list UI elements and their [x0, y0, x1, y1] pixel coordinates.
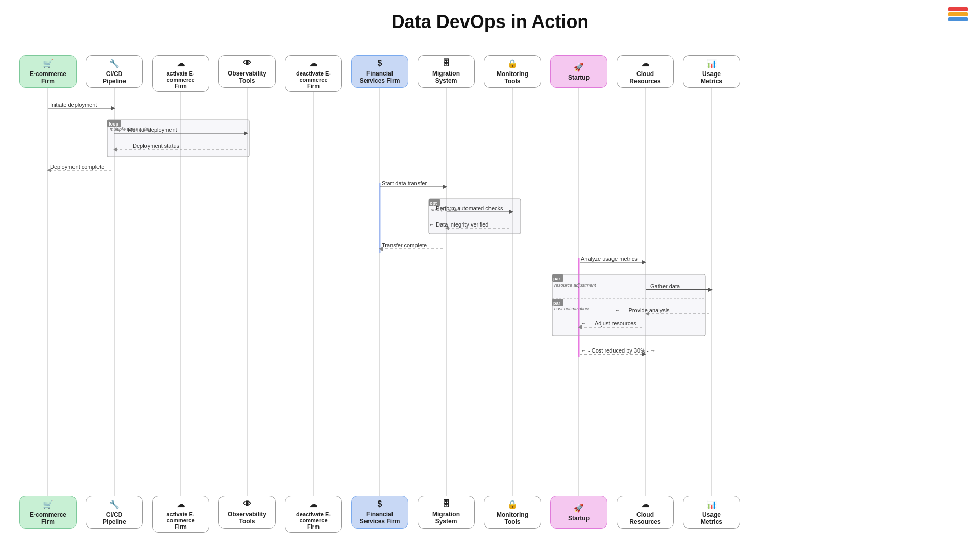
page-title: Data DevOps in Action: [0, 0, 980, 38]
svg-text:Start data transfer: Start data transfer: [382, 180, 427, 186]
svg-rect-17: [107, 120, 121, 127]
svg-text:loop: loop: [109, 121, 118, 127]
svg-text:multiple times a day: multiple times a day: [110, 127, 151, 132]
actor-financial-bottom[interactable]: $ FinancialServices Firm: [351, 496, 408, 529]
actor-financial[interactable]: $ FinancialServices Firm: [351, 55, 408, 88]
cicd-icon: 🔧: [109, 59, 119, 68]
actor-usage[interactable]: 📊 UsageMetrics: [683, 55, 740, 88]
svg-text:Initiate deployment: Initiate deployment: [50, 102, 97, 108]
actor-ecommerce[interactable]: 🛒 E-commerce Firm: [19, 55, 77, 88]
migration-icon: 🗄: [442, 59, 450, 68]
deactivate-icon: ☁: [309, 59, 317, 68]
actor-cicd[interactable]: 🔧 CI/CDPipeline: [86, 55, 143, 88]
svg-text:resource adjustment: resource adjustment: [554, 283, 596, 288]
actor-usage-bottom[interactable]: 📊 UsageMetrics: [683, 496, 740, 529]
svg-text:← - - Provide analysis - - -: ← - - Provide analysis - - -: [615, 307, 680, 313]
svg-rect-32: [429, 199, 521, 234]
svg-text:Transfer complete: Transfer complete: [382, 242, 427, 248]
actor-observability[interactable]: 👁 ObservabilityTools: [218, 55, 276, 88]
monitoring-icon: 🔒: [507, 59, 518, 68]
svg-marker-27: [47, 168, 51, 172]
svg-marker-37: [509, 210, 513, 214]
svg-text:Deployment status: Deployment status: [133, 143, 180, 149]
svg-marker-24: [113, 147, 117, 152]
actor-observability-bottom[interactable]: 👁 ObservabilityTools: [218, 496, 276, 529]
svg-marker-66: [642, 352, 646, 356]
svg-text:par: par: [553, 276, 561, 281]
actor-migration[interactable]: 🗄 MigrationSystem: [418, 55, 475, 88]
svg-rect-16: [107, 120, 249, 157]
svg-marker-43: [379, 247, 383, 251]
actor-startup[interactable]: 🚀 Startup: [550, 55, 607, 88]
svg-marker-40: [445, 226, 449, 230]
svg-text:Monitor deployment: Monitor deployment: [128, 127, 177, 133]
cloud-icon: ☁: [641, 59, 649, 68]
svg-marker-21: [244, 131, 248, 135]
svg-marker-46: [642, 260, 646, 264]
svg-rect-56: [552, 299, 564, 306]
financial-icon: $: [378, 59, 382, 68]
actor-ecommerce-bottom[interactable]: 🛒 E-commerceFirm: [19, 496, 77, 529]
actor-cicd-bottom[interactable]: 🔧 CI/CDPipeline: [86, 496, 143, 529]
svg-marker-63: [578, 325, 582, 329]
svg-rect-33: [429, 199, 440, 206]
logo: [948, 7, 968, 21]
observability-icon: 👁: [243, 59, 251, 68]
startup-icon: 🚀: [574, 62, 584, 72]
actor-migration-bottom[interactable]: 🗄 MigrationSystem: [418, 496, 475, 529]
svg-text:cost optimization: cost optimization: [554, 306, 589, 311]
actor-monitoring-bottom[interactable]: 🔒 MonitoringTools: [484, 496, 541, 529]
svg-text:← Data integrity verified: ← Data integrity verified: [429, 221, 488, 228]
ecommerce-icon: 🛒: [43, 59, 53, 68]
svg-text:← - Cost reduced by 30% - →: ← - Cost reduced by 30% - →: [581, 347, 656, 354]
svg-text:— Perform automated checks: — Perform automated checks: [429, 205, 503, 211]
actor-cloud[interactable]: ☁ CloudResources: [617, 55, 674, 88]
svg-marker-60: [645, 312, 649, 316]
svg-text:← - - Adjust resources - - -: ← - - Adjust resources - - -: [581, 320, 647, 327]
svg-text:Deployment complete: Deployment complete: [50, 164, 104, 170]
svg-text:during transfer: during transfer: [431, 207, 461, 212]
usage-icon: 📊: [706, 59, 717, 68]
actor-deactivate-bottom[interactable]: ☁ deactivate E-commerceFirm: [285, 496, 342, 533]
actor-startup-bottom[interactable]: 🚀 Startup: [550, 496, 607, 529]
actor-activate-bottom[interactable]: ☁ activate E-commerceFirm: [152, 496, 209, 533]
actor-deactivate[interactable]: ☁ deactivate E-commerceFirm: [285, 55, 342, 92]
activate-icon: ☁: [177, 59, 185, 68]
svg-text:Analyze usage metrics: Analyze usage metrics: [581, 256, 638, 262]
svg-text:——————— Gather data ————: ——————— Gather data ————: [609, 283, 704, 289]
actor-activate[interactable]: ☁ activate E-commerceFirm: [152, 55, 209, 92]
svg-text:par: par: [553, 300, 561, 306]
actor-cloud-bottom[interactable]: ☁ CloudResources: [617, 496, 674, 529]
svg-marker-30: [443, 185, 447, 189]
svg-rect-49: [552, 274, 564, 282]
svg-marker-53: [708, 288, 713, 292]
svg-rect-48: [552, 274, 705, 336]
svg-text:opt: opt: [430, 201, 437, 206]
actor-monitoring[interactable]: 🔒 MonitoringTools: [484, 55, 541, 88]
svg-marker-14: [111, 106, 115, 110]
